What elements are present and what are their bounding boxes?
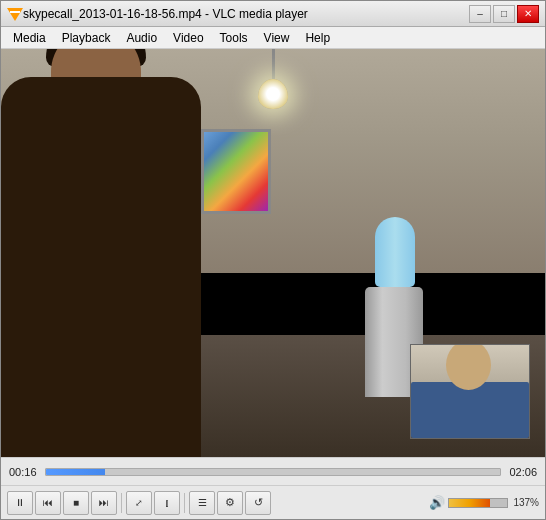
ceiling-light bbox=[258, 49, 288, 109]
menu-video[interactable]: Video bbox=[165, 27, 211, 48]
volume-section: 🔊 137% bbox=[429, 495, 539, 510]
progress-fill bbox=[46, 469, 105, 475]
next-chapter-button[interactable]: ⏭ bbox=[91, 491, 117, 515]
loop-button[interactable]: ↺ bbox=[245, 491, 271, 515]
seek-bar[interactable] bbox=[45, 468, 502, 476]
fullscreen-button[interactable]: ⤢ bbox=[126, 491, 152, 515]
window-title: skypecall_2013-01-16-18-56.mp4 - VLC med… bbox=[23, 7, 469, 21]
play-pause-button[interactable]: ⏸ bbox=[7, 491, 33, 515]
light-bulb bbox=[258, 79, 288, 109]
menu-tools[interactable]: Tools bbox=[212, 27, 256, 48]
cooler-bottle bbox=[375, 217, 415, 287]
pip-scene bbox=[411, 345, 529, 438]
menu-media[interactable]: Media bbox=[5, 27, 54, 48]
progress-bar-row: 00:16 02:06 bbox=[1, 457, 545, 485]
person-body bbox=[1, 77, 201, 457]
main-person bbox=[1, 49, 241, 457]
volume-icon: 🔊 bbox=[429, 495, 445, 510]
close-button[interactable]: ✕ bbox=[517, 5, 539, 23]
menu-playback[interactable]: Playback bbox=[54, 27, 119, 48]
window-controls: – □ ✕ bbox=[469, 5, 539, 23]
separator-1 bbox=[121, 493, 122, 513]
playlist-button[interactable]: ☰ bbox=[189, 491, 215, 515]
volume-bar[interactable] bbox=[448, 498, 508, 508]
pip-person-clothing bbox=[411, 382, 529, 438]
menu-audio[interactable]: Audio bbox=[118, 27, 165, 48]
video-scene bbox=[1, 49, 545, 457]
separator-2 bbox=[184, 493, 185, 513]
vlc-app-icon bbox=[7, 6, 23, 22]
time-current: 00:16 bbox=[9, 466, 37, 478]
extended-settings-button[interactable]: ⚙ bbox=[217, 491, 243, 515]
picture-in-picture bbox=[410, 344, 530, 439]
maximize-button[interactable]: □ bbox=[493, 5, 515, 23]
volume-percent: 137% bbox=[513, 497, 539, 508]
menu-help[interactable]: Help bbox=[297, 27, 338, 48]
light-cord bbox=[272, 49, 275, 79]
prev-chapter-button[interactable]: ⏮ bbox=[35, 491, 61, 515]
stop-button[interactable]: ■ bbox=[63, 491, 89, 515]
video-area bbox=[1, 49, 545, 457]
playback-controls: ⏸ ⏮ ■ ⏭ ⤢ ⫿ ☰ ⚙ ↺ 🔊 137% bbox=[1, 485, 545, 519]
minimize-button[interactable]: – bbox=[469, 5, 491, 23]
menu-view[interactable]: View bbox=[256, 27, 298, 48]
equalizer-button[interactable]: ⫿ bbox=[154, 491, 180, 515]
volume-fill bbox=[449, 499, 490, 507]
time-total: 02:06 bbox=[509, 466, 537, 478]
title-bar: skypecall_2013-01-16-18-56.mp4 - VLC med… bbox=[1, 1, 545, 27]
menu-bar: Media Playback Audio Video Tools View He… bbox=[1, 27, 545, 49]
